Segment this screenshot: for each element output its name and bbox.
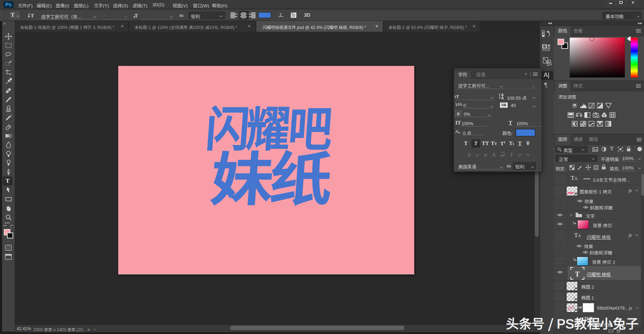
svg-text:T: T (575, 270, 580, 278)
svg-text:A: A (501, 96, 504, 100)
svg-text:T: T (31, 13, 34, 18)
